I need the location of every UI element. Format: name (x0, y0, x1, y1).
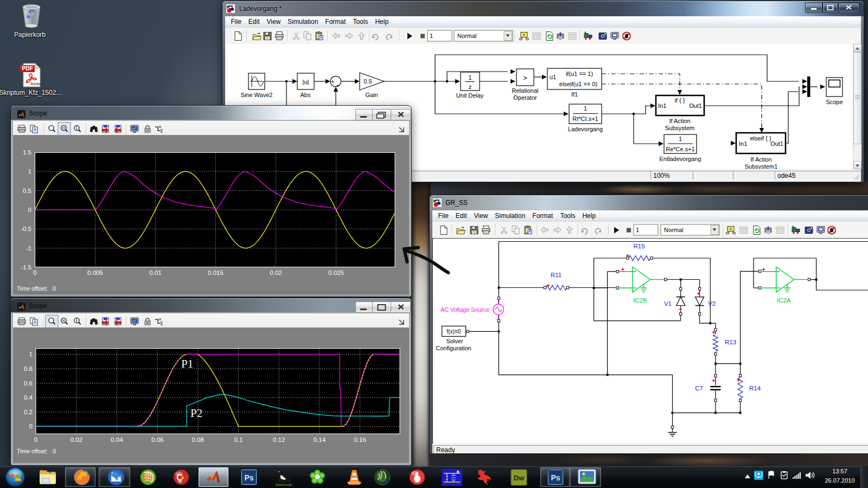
svg-text:0.02: 0.02 (71, 436, 82, 443)
svg-text:PDF: PDF (22, 66, 33, 72)
svg-text:0.025: 0.025 (328, 269, 344, 276)
svg-text:V2: V2 (708, 300, 716, 307)
svg-text:if { }: if { } (675, 97, 685, 104)
svg-text:Scope: Scope (826, 99, 843, 105)
svg-text:0.5: 0.5 (363, 78, 372, 85)
svg-text:f(x)=0: f(x)=0 (447, 329, 461, 335)
svg-text:Relational: Relational (512, 87, 539, 94)
svg-text:0.2: 0.2 (24, 409, 33, 415)
svg-text:Ps: Ps (551, 473, 560, 482)
svg-text:Out1: Out1 (770, 140, 783, 147)
svg-text:C7: C7 (695, 385, 703, 391)
svg-text:R13: R13 (725, 339, 736, 345)
svg-text:|u|: |u| (303, 79, 309, 85)
svg-text:Subsystem1: Subsystem1 (745, 163, 778, 169)
svg-text:Ladevorgang: Ladevorgang (568, 126, 603, 132)
svg-text:elseif(u1 == 0): elseif(u1 == 0) (559, 81, 597, 87)
svg-text:1: 1 (468, 74, 471, 81)
svg-text:Unit Delay: Unit Delay (456, 92, 484, 99)
svg-text:If Action: If Action (750, 156, 771, 163)
svg-text:1: 1 (679, 136, 682, 142)
svg-text:RI*CI.s+1: RI*CI.s+1 (572, 115, 598, 122)
svg-text:0.4: 0.4 (24, 394, 33, 401)
svg-text:Normal: Normal (457, 33, 476, 39)
svg-text:1: 1 (636, 227, 639, 233)
svg-text:Entladevorgang: Entladevorgang (659, 156, 701, 162)
svg-text:R14: R14 (749, 385, 761, 391)
svg-text:+: + (331, 79, 335, 85)
svg-text:P1: P1 (181, 357, 193, 370)
svg-text:Normal: Normal (664, 227, 683, 233)
svg-text:0.6: 0.6 (24, 380, 33, 387)
svg-text:IC2A: IC2A (777, 297, 791, 304)
svg-text:u1: u1 (550, 74, 556, 80)
svg-text:0.005: 0.005 (87, 269, 103, 276)
svg-text:If1: If1 (571, 91, 578, 98)
svg-text:0.16: 0.16 (354, 436, 366, 443)
svg-text:Abs: Abs (301, 92, 311, 98)
svg-text:ElsterFormular: ElsterFormular (276, 484, 292, 486)
svg-text:0: 0 (33, 269, 36, 276)
svg-text:If Action: If Action (669, 118, 690, 124)
svg-text:Sine Wave2: Sine Wave2 (241, 92, 273, 98)
svg-text:Operator: Operator (513, 94, 537, 101)
svg-text:z: z (469, 84, 472, 90)
svg-text:Adobe: Adobe (30, 82, 41, 86)
svg-text:0: 0 (28, 207, 31, 213)
svg-text:0.02: 0.02 (270, 269, 282, 276)
svg-text:Out1: Out1 (689, 102, 702, 109)
svg-text:0.04: 0.04 (111, 436, 123, 443)
svg-text:IC2B: IC2B (633, 297, 647, 304)
svg-text:Dw: Dw (514, 474, 525, 482)
svg-text:R15: R15 (633, 243, 644, 249)
svg-text:0.08: 0.08 (192, 436, 204, 443)
svg-text:0.12: 0.12 (273, 436, 285, 443)
svg-text:1.5: 1.5 (23, 149, 31, 156)
svg-text:1: 1 (584, 105, 587, 112)
svg-text:In1: In1 (658, 102, 666, 109)
svg-text:1: 1 (28, 168, 31, 175)
svg-text:In1: In1 (739, 140, 747, 147)
svg-text:Solver: Solver (446, 338, 463, 344)
svg-text:R11: R11 (551, 272, 561, 278)
svg-text:elseif { }: elseif { } (750, 135, 771, 142)
svg-text:Re*Ce.s+1: Re*Ce.s+1 (666, 146, 695, 152)
svg-text:Subsystem: Subsystem (665, 125, 694, 131)
svg-text:0.8: 0.8 (24, 365, 33, 372)
svg-text:Y: Y (522, 33, 526, 37)
svg-text:Ps: Ps (244, 473, 253, 482)
svg-text:0.1: 0.1 (234, 436, 243, 443)
svg-text:-0.5: -0.5 (21, 226, 31, 232)
svg-text:>: > (523, 74, 527, 82)
svg-text:1: 1 (29, 351, 33, 357)
svg-text:-1.5: -1.5 (21, 264, 31, 271)
svg-text:Gain: Gain (365, 92, 378, 98)
svg-text:0.01: 0.01 (149, 269, 161, 276)
svg-text:0.5: 0.5 (23, 188, 31, 194)
svg-text:Configuration: Configuration (436, 345, 471, 351)
svg-text:0: 0 (29, 423, 33, 429)
svg-text:Y: Y (729, 227, 732, 232)
svg-text:P2: P2 (190, 407, 202, 420)
svg-text:0: 0 (34, 436, 37, 443)
svg-text:AC Voltage Source: AC Voltage Source (441, 306, 489, 313)
svg-text:-1: -1 (26, 245, 31, 252)
svg-text:0.06: 0.06 (151, 436, 163, 443)
svg-text:V1: V1 (664, 300, 672, 307)
svg-text:1: 1 (430, 33, 433, 39)
svg-text:0.14: 0.14 (314, 436, 326, 443)
svg-text:if(u1 == 1): if(u1 == 1) (566, 70, 593, 77)
svg-text:0.015: 0.015 (208, 269, 224, 276)
